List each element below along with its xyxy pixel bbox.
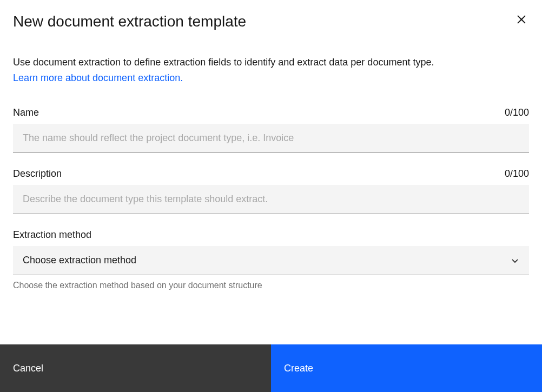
cancel-button[interactable]: Cancel xyxy=(0,344,271,392)
chevron-down-icon xyxy=(511,256,519,265)
description-counter: 0/100 xyxy=(505,168,529,180)
method-helper-text: Choose the extraction method based on yo… xyxy=(13,281,529,290)
modal-footer: Cancel Create xyxy=(0,344,542,392)
intro-description: Use document extraction to define extrac… xyxy=(13,57,434,68)
name-counter: 0/100 xyxy=(505,107,529,118)
name-label: Name xyxy=(13,107,39,118)
modal-header: New document extraction template xyxy=(13,13,529,30)
method-field-group: Extraction method Choose extraction meth… xyxy=(13,229,529,290)
name-field-group: Name 0/100 xyxy=(13,107,529,153)
method-label-row: Extraction method xyxy=(13,229,529,241)
extraction-method-select[interactable]: Choose extraction method xyxy=(13,246,529,275)
description-input[interactable] xyxy=(13,185,529,214)
name-input[interactable] xyxy=(13,124,529,153)
description-label-row: Description 0/100 xyxy=(13,168,529,180)
learn-more-link[interactable]: Learn more about document extraction. xyxy=(13,71,529,85)
description-field-group: Description 0/100 xyxy=(13,168,529,214)
close-button[interactable] xyxy=(514,12,529,29)
method-selected-value: Choose extraction method xyxy=(23,255,136,266)
description-label: Description xyxy=(13,168,62,180)
intro-text: Use document extraction to define extrac… xyxy=(13,55,529,85)
method-label: Extraction method xyxy=(13,229,91,241)
create-button[interactable]: Create xyxy=(271,344,542,392)
name-label-row: Name 0/100 xyxy=(13,107,529,118)
modal-title: New document extraction template xyxy=(13,13,246,30)
new-template-modal: New document extraction template Use doc… xyxy=(0,0,542,392)
close-icon xyxy=(516,14,527,25)
